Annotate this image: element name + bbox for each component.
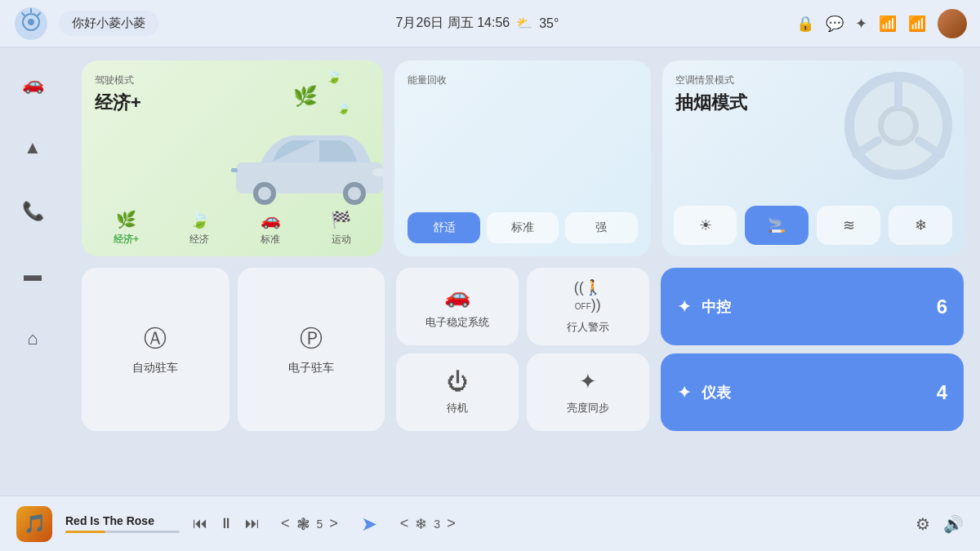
energy-label: 能量回收	[408, 73, 637, 87]
energy-btn-strong[interactable]: 强	[565, 212, 637, 243]
sidebar: 🚗 ▲ 📞 ▬ ⌂	[0, 47, 65, 495]
temp-decrease-btn[interactable]: <	[400, 515, 409, 532]
dash-light-icon: ✦	[677, 382, 692, 403]
song-progress-fill	[65, 531, 105, 533]
fan-increase-btn[interactable]: >	[329, 515, 338, 532]
svg-point-10	[348, 187, 361, 200]
leaf-deco-3: 🍃	[336, 101, 350, 114]
date-time: 7月26日 周五 14:56 ⛅ 35°	[168, 15, 786, 32]
settings-btn[interactable]: ⚙	[915, 514, 930, 534]
top-bar: 你好小菱小菱 7月26日 周五 14:56 ⛅ 35° 🔒 💬 ✦ 📶 📶	[0, 0, 980, 47]
wifi-icon: 📶	[879, 15, 897, 33]
message-icon: 💬	[826, 15, 844, 33]
middle-top-row: 🚗 电子稳定系统 ((🚶OFF)) 行人警示	[396, 268, 648, 345]
sidebar-item-nav[interactable]: ▲	[12, 127, 53, 168]
svg-point-8	[258, 187, 271, 200]
svg-rect-12	[231, 168, 238, 172]
next-btn[interactable]: ⏭	[245, 515, 260, 532]
lock-icon: 🔒	[796, 15, 814, 33]
temp-value: 3	[434, 518, 440, 531]
svg-point-2	[28, 19, 34, 25]
mode-sport[interactable]: 🏁 运动	[331, 210, 351, 247]
fan-icon: ❃	[296, 514, 310, 534]
center-light-btn[interactable]: ✦ 中控 6	[661, 268, 964, 345]
dash-light-value: 4	[937, 381, 947, 404]
auto-parking-btn[interactable]: Ⓐ 自动驻车	[82, 268, 229, 431]
ac-btn-snow[interactable]: ❄	[889, 206, 952, 245]
energy-btn-standard[interactable]: 标准	[487, 212, 559, 243]
ac-panel: 空调情景模式 抽烟模式 ☀ 🚬 ≋	[662, 60, 964, 256]
pause-btn[interactable]: ⏸	[219, 515, 234, 532]
mode-sport-icon: 🏁	[331, 210, 351, 229]
song-progress-bar	[65, 531, 180, 533]
temperature-text: 35°	[539, 16, 559, 31]
leaf-deco-1: 🌿	[293, 85, 318, 108]
drive-mode-title: 经济+	[95, 91, 370, 115]
steering-svg	[841, 69, 956, 183]
sidebar-item-media[interactable]: ▬	[12, 255, 53, 295]
prev-btn[interactable]: ⏮	[193, 515, 207, 532]
ac-btn-sun[interactable]: ☀	[674, 206, 737, 245]
mode-eco-text: 经济	[189, 233, 209, 247]
user-avatar[interactable]	[938, 9, 967, 38]
energy-btn-comfort[interactable]: 舒适	[408, 212, 479, 243]
mode-standard[interactable]: 🚗 标准	[261, 210, 281, 247]
middle-section: 🚗 电子稳定系统 ((🚶OFF)) 行人警示 ⏻ 待机 ✦	[396, 268, 648, 431]
drive-mode-panel: 驾驶模式 经济+ 🌿 🍃 🍃	[82, 60, 383, 256]
sidebar-item-car[interactable]: 🚗	[12, 64, 53, 104]
center-light-label: 中控	[702, 297, 927, 317]
mode-sport-text: 运动	[332, 233, 351, 247]
pedestrian-text: 行人警示	[567, 320, 609, 335]
temp-control: < ❄ 3 >	[400, 515, 456, 533]
volume-btn[interactable]: 🔊	[943, 514, 964, 534]
fan-decrease-btn[interactable]: <	[281, 515, 290, 532]
car-svg	[228, 126, 383, 207]
main-layout: 🚗 ▲ 📞 ▬ ⌂ 驾驶模式 经济+ 🌿 🍃 🍃	[0, 47, 980, 495]
song-title: Red Is The Rose	[65, 514, 180, 527]
auto-parking-text: 自动驻车	[132, 361, 178, 375]
album-icon: 🎵	[24, 513, 46, 535]
mode-std-text: 标准	[261, 233, 280, 247]
mode-eco[interactable]: 🍃 经济	[189, 210, 210, 247]
ac-steering-image	[841, 69, 956, 175]
car-image	[228, 126, 383, 216]
e-parking-btn[interactable]: Ⓟ 电子驻车	[238, 268, 385, 431]
player-bar: 🎵 Red Is The Rose ⏮ ⏸ ⏭ < ❃ 5 > ➤ < ❄ 3 …	[0, 495, 980, 551]
album-art: 🎵	[16, 506, 52, 542]
mode-eco-plus[interactable]: 🌿 经济+	[114, 210, 139, 247]
fan-value: 5	[317, 518, 323, 531]
player-controls: ⏮ ⏸ ⏭	[193, 515, 260, 532]
greeting-text[interactable]: 你好小菱小菱	[59, 11, 158, 36]
stability-btn[interactable]: 🚗 电子稳定系统	[396, 268, 519, 345]
parking-section: Ⓐ 自动驻车 Ⓟ 电子驻车	[82, 268, 385, 431]
standby-btn[interactable]: ⏻ 待机	[396, 353, 519, 431]
sidebar-item-home[interactable]: ⌂	[12, 318, 53, 359]
dash-light-btn[interactable]: ✦ 仪表 4	[661, 353, 964, 431]
datetime-text: 7月26日 周五 14:56	[396, 15, 510, 32]
pedestrian-icon: ((🚶OFF))	[574, 278, 602, 313]
standby-text: 待机	[447, 401, 468, 415]
logo-area	[13, 6, 49, 42]
ac-controls: ☀ 🚬 ≋ ❄	[674, 206, 952, 245]
song-info: Red Is The Rose	[65, 514, 180, 533]
center-light-value: 6	[937, 295, 947, 318]
brightness-icon: ✦	[579, 369, 597, 394]
mode-eco-plus-text: 经济+	[114, 233, 139, 247]
ac-btn-smoke[interactable]: 🚬	[745, 206, 808, 245]
e-parking-icon: Ⓟ	[300, 323, 323, 354]
status-icons: 🔒 💬 ✦ 📶 📶	[796, 9, 967, 38]
navigation-icon: ➤	[361, 513, 377, 535]
sidebar-item-phone[interactable]: 📞	[12, 191, 53, 232]
signal-icon: 📶	[908, 15, 926, 33]
svg-point-15	[884, 111, 913, 140]
brightness-btn[interactable]: ✦ 亮度同步	[527, 353, 649, 431]
ac-btn-wind[interactable]: ≋	[817, 206, 880, 245]
content-area: 驾驶模式 经济+ 🌿 🍃 🍃	[65, 47, 980, 495]
mode-std-icon: 🚗	[261, 210, 281, 229]
dash-light-label: 仪表	[702, 383, 927, 402]
e-parking-text: 电子驻车	[288, 361, 334, 375]
top-row: 驾驶模式 经济+ 🌿 🍃 🍃	[82, 60, 964, 256]
temp-increase-btn[interactable]: >	[447, 515, 456, 532]
auto-parking-icon: Ⓐ	[144, 323, 167, 354]
pedestrian-btn[interactable]: ((🚶OFF)) 行人警示	[527, 268, 649, 345]
